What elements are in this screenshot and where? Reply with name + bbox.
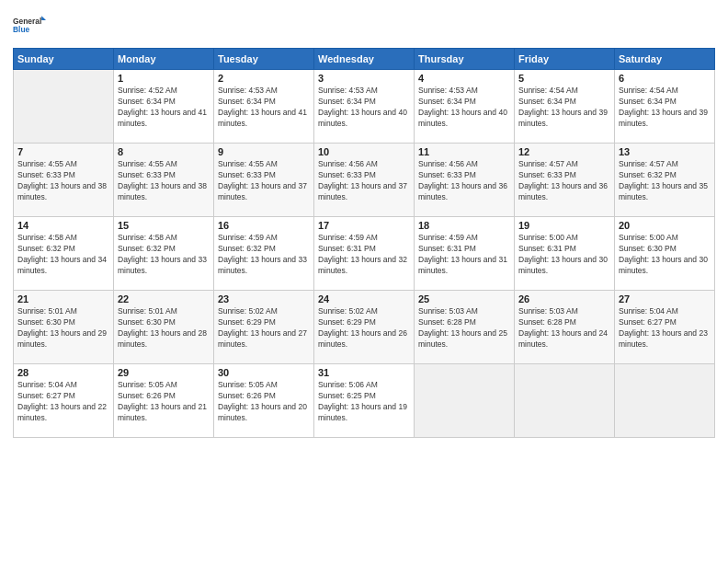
- logo-svg: General Blue: [13, 9, 46, 42]
- week-row-4: 21 Sunrise: 5:01 AMSunset: 6:30 PMDaylig…: [14, 291, 715, 364]
- cell-info: Sunrise: 4:55 AMSunset: 6:33 PMDaylight:…: [17, 159, 107, 201]
- day-number: 8: [118, 146, 210, 157]
- cell-info: Sunrise: 5:03 AMSunset: 6:28 PMDaylight:…: [418, 306, 507, 349]
- cell-2-2: 16 Sunrise: 4:59 AMSunset: 6:32 PMDaylig…: [214, 217, 314, 291]
- main-container: General Blue SundayMondayTuesdayWednesda…: [0, 0, 728, 447]
- cell-info: Sunrise: 5:00 AMSunset: 6:30 PMDaylight:…: [619, 233, 708, 275]
- cell-0-2: 2 Sunrise: 4:53 AMSunset: 6:34 PMDayligh…: [214, 70, 314, 144]
- cell-3-1: 22 Sunrise: 5:01 AMSunset: 6:30 PMDaylig…: [114, 291, 214, 364]
- cell-2-1: 15 Sunrise: 4:58 AMSunset: 6:32 PMDaylig…: [114, 217, 214, 291]
- cell-info: Sunrise: 4:56 AMSunset: 6:33 PMDaylight:…: [318, 159, 407, 201]
- day-number: 26: [518, 293, 610, 304]
- header-saturday: Saturday: [615, 49, 715, 70]
- cell-info: Sunrise: 5:06 AMSunset: 6:25 PMDaylight:…: [318, 380, 407, 422]
- day-number: 12: [518, 146, 610, 157]
- day-number: 30: [218, 367, 310, 378]
- cell-info: Sunrise: 4:53 AMSunset: 6:34 PMDaylight:…: [418, 86, 507, 128]
- cell-0-6: 6 Sunrise: 4:54 AMSunset: 6:34 PMDayligh…: [615, 70, 715, 144]
- cell-info: Sunrise: 5:02 AMSunset: 6:29 PMDaylight:…: [218, 306, 307, 349]
- logo: General Blue: [13, 9, 46, 42]
- cell-info: Sunrise: 4:54 AMSunset: 6:34 PMDaylight:…: [518, 86, 608, 128]
- svg-text:General: General: [13, 17, 41, 26]
- cell-1-6: 13 Sunrise: 4:57 AMSunset: 6:32 PMDaylig…: [615, 144, 715, 217]
- day-number: 29: [118, 367, 210, 378]
- cell-0-3: 3 Sunrise: 4:53 AMSunset: 6:34 PMDayligh…: [314, 70, 415, 144]
- day-number: 3: [318, 73, 410, 84]
- header-wednesday: Wednesday: [314, 49, 415, 70]
- cell-info: Sunrise: 4:58 AMSunset: 6:32 PMDaylight:…: [118, 233, 207, 275]
- cell-4-2: 30 Sunrise: 5:05 AMSunset: 6:26 PMDaylig…: [214, 364, 314, 438]
- cell-3-5: 26 Sunrise: 5:03 AMSunset: 6:28 PMDaylig…: [515, 291, 615, 364]
- cell-info: Sunrise: 4:59 AMSunset: 6:31 PMDaylight:…: [418, 233, 507, 275]
- cell-info: Sunrise: 5:01 AMSunset: 6:30 PMDaylight:…: [118, 306, 207, 349]
- week-row-3: 14 Sunrise: 4:58 AMSunset: 6:32 PMDaylig…: [14, 217, 715, 291]
- day-number: 13: [619, 146, 711, 157]
- cell-info: Sunrise: 4:59 AMSunset: 6:31 PMDaylight:…: [318, 233, 407, 275]
- day-number: 15: [118, 220, 210, 231]
- calendar-table: SundayMondayTuesdayWednesdayThursdayFrid…: [13, 48, 715, 438]
- cell-2-6: 20 Sunrise: 5:00 AMSunset: 6:30 PMDaylig…: [615, 217, 715, 291]
- week-row-1: 1 Sunrise: 4:52 AMSunset: 6:34 PMDayligh…: [14, 70, 715, 144]
- cell-info: Sunrise: 5:00 AMSunset: 6:31 PMDaylight:…: [518, 233, 608, 275]
- day-number: 10: [318, 146, 410, 157]
- header-sunday: Sunday: [14, 49, 114, 70]
- day-number: 2: [218, 73, 310, 84]
- day-number: 17: [318, 220, 410, 231]
- cell-info: Sunrise: 4:53 AMSunset: 6:34 PMDaylight:…: [218, 86, 307, 128]
- cell-4-5: [515, 364, 615, 438]
- cell-info: Sunrise: 5:02 AMSunset: 6:29 PMDaylight:…: [318, 306, 407, 349]
- header-tuesday: Tuesday: [214, 49, 314, 70]
- cell-1-3: 10 Sunrise: 4:56 AMSunset: 6:33 PMDaylig…: [314, 144, 415, 217]
- week-row-2: 7 Sunrise: 4:55 AMSunset: 6:33 PMDayligh…: [14, 144, 715, 217]
- cell-info: Sunrise: 5:05 AMSunset: 6:26 PMDaylight:…: [218, 380, 307, 422]
- cell-2-3: 17 Sunrise: 4:59 AMSunset: 6:31 PMDaylig…: [314, 217, 415, 291]
- cell-info: Sunrise: 4:55 AMSunset: 6:33 PMDaylight:…: [218, 159, 307, 201]
- day-number: 25: [418, 293, 510, 304]
- header-friday: Friday: [515, 49, 615, 70]
- cell-info: Sunrise: 4:59 AMSunset: 6:32 PMDaylight:…: [218, 233, 307, 275]
- day-number: 1: [118, 73, 210, 84]
- cell-info: Sunrise: 4:57 AMSunset: 6:33 PMDaylight:…: [518, 159, 608, 201]
- cell-2-4: 18 Sunrise: 4:59 AMSunset: 6:31 PMDaylig…: [415, 217, 515, 291]
- cell-info: Sunrise: 4:54 AMSunset: 6:34 PMDaylight:…: [619, 86, 708, 128]
- week-row-5: 28 Sunrise: 5:04 AMSunset: 6:27 PMDaylig…: [14, 364, 715, 438]
- day-number: 16: [218, 220, 310, 231]
- cell-2-5: 19 Sunrise: 5:00 AMSunset: 6:31 PMDaylig…: [515, 217, 615, 291]
- cell-1-2: 9 Sunrise: 4:55 AMSunset: 6:33 PMDayligh…: [214, 144, 314, 217]
- cell-info: Sunrise: 5:01 AMSunset: 6:30 PMDaylight:…: [17, 306, 107, 349]
- day-number: 7: [17, 146, 109, 157]
- day-number: 28: [17, 367, 109, 378]
- day-header-row: SundayMondayTuesdayWednesdayThursdayFrid…: [14, 49, 715, 70]
- cell-4-1: 29 Sunrise: 5:05 AMSunset: 6:26 PMDaylig…: [114, 364, 214, 438]
- day-number: 21: [17, 293, 109, 304]
- header-thursday: Thursday: [415, 49, 515, 70]
- cell-2-0: 14 Sunrise: 4:58 AMSunset: 6:32 PMDaylig…: [14, 217, 114, 291]
- cell-3-2: 23 Sunrise: 5:02 AMSunset: 6:29 PMDaylig…: [214, 291, 314, 364]
- cell-info: Sunrise: 4:53 AMSunset: 6:34 PMDaylight:…: [318, 86, 407, 128]
- cell-0-4: 4 Sunrise: 4:53 AMSunset: 6:34 PMDayligh…: [415, 70, 515, 144]
- cell-4-3: 31 Sunrise: 5:06 AMSunset: 6:25 PMDaylig…: [314, 364, 415, 438]
- cell-3-3: 24 Sunrise: 5:02 AMSunset: 6:29 PMDaylig…: [314, 291, 415, 364]
- day-number: 20: [619, 220, 711, 231]
- cell-info: Sunrise: 5:04 AMSunset: 6:27 PMDaylight:…: [17, 380, 107, 422]
- cell-1-4: 11 Sunrise: 4:56 AMSunset: 6:33 PMDaylig…: [415, 144, 515, 217]
- day-number: 18: [418, 220, 510, 231]
- day-number: 24: [318, 293, 410, 304]
- svg-text:Blue: Blue: [13, 25, 30, 34]
- cell-3-4: 25 Sunrise: 5:03 AMSunset: 6:28 PMDaylig…: [415, 291, 515, 364]
- day-number: 9: [218, 146, 310, 157]
- day-number: 5: [518, 73, 610, 84]
- cell-info: Sunrise: 4:57 AMSunset: 6:32 PMDaylight:…: [619, 159, 708, 201]
- day-number: 11: [418, 146, 510, 157]
- cell-0-5: 5 Sunrise: 4:54 AMSunset: 6:34 PMDayligh…: [515, 70, 615, 144]
- cell-info: Sunrise: 5:05 AMSunset: 6:26 PMDaylight:…: [118, 380, 207, 422]
- cell-0-1: 1 Sunrise: 4:52 AMSunset: 6:34 PMDayligh…: [114, 70, 214, 144]
- header: General Blue: [13, 9, 715, 42]
- header-monday: Monday: [114, 49, 214, 70]
- cell-4-6: [615, 364, 715, 438]
- cell-info: Sunrise: 4:58 AMSunset: 6:32 PMDaylight:…: [17, 233, 107, 275]
- cell-1-5: 12 Sunrise: 4:57 AMSunset: 6:33 PMDaylig…: [515, 144, 615, 217]
- cell-1-1: 8 Sunrise: 4:55 AMSunset: 6:33 PMDayligh…: [114, 144, 214, 217]
- cell-0-0: [14, 70, 114, 144]
- cell-info: Sunrise: 5:04 AMSunset: 6:27 PMDaylight:…: [619, 306, 708, 349]
